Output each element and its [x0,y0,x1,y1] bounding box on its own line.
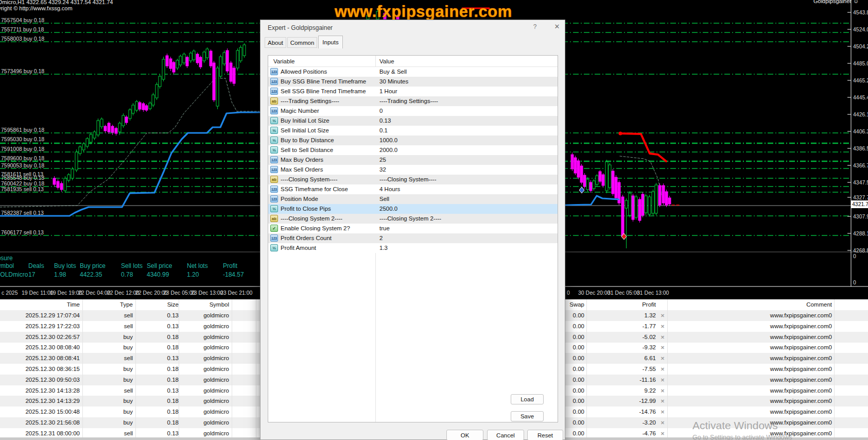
input-row[interactable]: 123Magic Number0 [268,106,558,116]
close-icon[interactable]: ✕ [552,23,562,32]
input-value[interactable]: 32 [379,165,386,175]
tab-inputs[interactable]: Inputs [318,36,343,48]
history-cell-profit: -5.02 [588,332,656,343]
input-variable: Sell to Sell Distance [281,145,333,155]
price-axis-label: 4426.1 [853,111,868,117]
close-deal-icon[interactable]: ✕ [659,417,666,428]
history-cell-type: buy [85,396,133,407]
input-row[interactable]: ab----Closing System 2--------Closing Sy… [268,214,558,224]
close-deal-icon[interactable]: ✕ [659,310,666,321]
input-variable: Buy Initial Lot Size [281,116,329,126]
input-value[interactable]: 1 Hour [379,87,397,96]
history-cell-symbol: goldmicro [181,385,229,396]
history-column-divider[interactable] [232,299,232,437]
history-cell-time: 2025.12.30 08:08:41 [3,353,80,364]
input-row[interactable]: ½Buy Initial Lot Size0.13 [268,116,558,126]
input-row[interactable]: ½Profit Amount1.3 [268,243,558,253]
price-axis-label: 4307.9 [853,213,868,219]
input-row[interactable]: 123Max Sell Orders32 [268,165,558,175]
input-row[interactable]: ½Profit to Close Pips2500.0 [268,204,558,214]
input-value[interactable]: ----Closing System 2---- [379,214,441,224]
history-col-header-type[interactable]: Type [85,299,133,310]
history-cell-type: sell [85,321,133,332]
history-col-header-swap[interactable]: Swap [566,299,584,310]
input-row[interactable]: 123SSG Timeframe for Close4 Hours [268,184,558,194]
history-cell-size: 0.18 [138,332,179,343]
candlestick [176,60,179,68]
input-row[interactable]: 123Allowed PositionsBuy & Sell [268,67,558,77]
input-row[interactable]: 123Position ModeSell [268,194,558,204]
input-row[interactable]: ½Sell Initial Lot Size0.1 [268,126,558,136]
close-deal-icon[interactable]: ✕ [659,321,666,332]
help-icon[interactable]: ? [530,23,540,31]
dbl-type-icon: ½ [270,117,278,124]
close-deal-icon[interactable]: ✕ [659,407,666,417]
input-value[interactable]: ----Trading Settings---- [379,96,438,106]
history-cell-profit: -14.76 [588,407,656,417]
candlestick [243,45,246,56]
load-button[interactable]: Load [511,394,544,404]
column-header-variable[interactable]: Variable [273,56,294,67]
input-value[interactable]: Sell [379,194,389,204]
input-row[interactable]: ab----Closing System--------Closing Syst… [268,175,558,184]
history-column-divider[interactable] [667,299,668,437]
history-column-divider[interactable] [135,299,136,437]
input-value[interactable]: true [379,224,390,233]
history-column-divider[interactable] [256,299,256,437]
input-value[interactable]: ----Closing System---- [379,175,437,184]
close-deal-icon[interactable]: ✕ [659,364,666,375]
close-deal-icon[interactable]: ✕ [659,353,666,364]
order-level-label: 7557504 buy 0.18 [1,17,44,23]
save-button[interactable]: Save [511,411,544,421]
candlestick [108,123,110,132]
input-row[interactable]: 123Max Buy Orders25 [268,155,558,165]
symbol-quote-line: GOLDmicro,H1 4322.65 4329.24 4317.54 432… [0,0,113,5]
input-value[interactable]: 25 [379,155,386,165]
input-value[interactable]: 2 [379,233,383,243]
close-deal-icon[interactable]: ✕ [659,342,666,353]
input-value[interactable]: 2000.0 [379,145,397,155]
candlestick [196,54,199,63]
input-row[interactable]: 123Buy SSG Bline Trend Timeframe30 Minut… [268,77,558,87]
input-value[interactable]: 0.13 [379,116,391,126]
history-col-header-time[interactable]: Time [3,299,80,310]
input-value[interactable]: 4 Hours [379,184,400,194]
input-row[interactable]: ab----Trading Settings--------Trading Se… [268,96,558,106]
input-row[interactable]: ½Buy to Buy Distance1000.0 [268,136,558,145]
history-cell-time: 2025.12.30 21:56:08 [3,417,80,428]
history-cell-time: 2025.12.30 09:50:03 [3,375,80,385]
history-cell-swap: 0.00 [566,332,584,343]
candlestick [199,57,202,67]
column-header-value[interactable]: Value [379,56,394,67]
cancel-button[interactable]: Cancel [487,430,524,440]
close-deal-icon[interactable]: ✕ [659,396,666,407]
history-col-header-comment[interactable]: Comment [669,299,832,310]
history-column-divider[interactable] [82,299,83,437]
input-value[interactable]: 0 [379,106,383,116]
input-value[interactable]: 1.3 [379,243,388,253]
history-col-header-profit[interactable]: Profit [588,299,656,310]
close-deal-icon[interactable]: ✕ [659,332,666,343]
history-column-divider[interactable] [834,299,835,437]
reset-button[interactable]: Reset [527,430,563,440]
input-value[interactable]: 30 Minutes [379,77,408,87]
input-value[interactable]: Buy & Sell [379,67,407,77]
tab-common[interactable]: Common [287,37,317,48]
date-axis-label: 30 Dec 20:00 [578,290,610,296]
candlestick [138,103,141,109]
input-row[interactable]: ✓Enable Closing System 2?true [268,224,558,233]
history-column-divider[interactable] [586,299,587,437]
close-deal-icon[interactable]: ✕ [659,375,666,385]
history-column-divider[interactable] [179,299,179,437]
tab-about[interactable]: About [265,37,286,48]
history-col-header-symbol[interactable]: Symbol [181,299,229,310]
input-value[interactable]: 2500.0 [379,204,397,214]
input-value[interactable]: 0.1 [379,126,388,136]
ok-button[interactable]: OK [446,430,483,440]
input-row[interactable]: 123Profit Orders Count2 [268,233,558,243]
history-col-header-size[interactable]: Size [138,299,179,310]
input-value[interactable]: 1000.0 [379,136,397,145]
input-row[interactable]: ½Sell to Sell Distance2000.0 [268,145,558,155]
close-deal-icon[interactable]: ✕ [659,385,666,396]
input-row[interactable]: 123Sell SSG Bline Trend Timeframe1 Hour [268,87,558,96]
